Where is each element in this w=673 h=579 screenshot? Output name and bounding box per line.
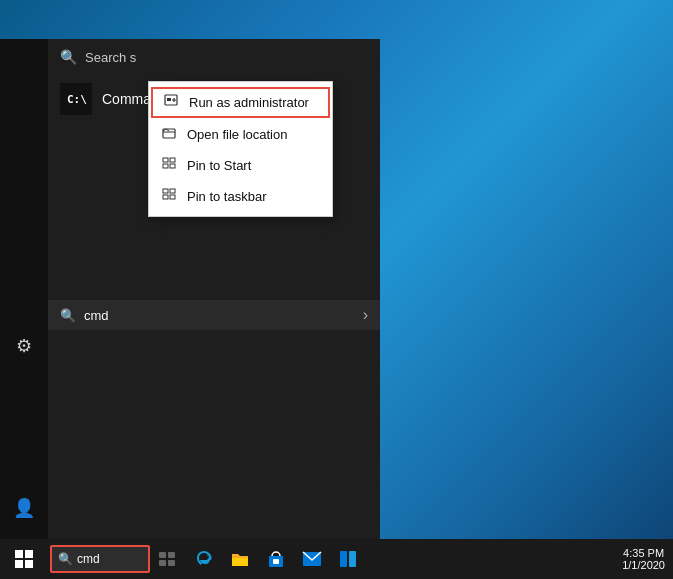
svg-rect-22 bbox=[273, 559, 279, 564]
context-menu-pin-taskbar[interactable]: Pin to taskbar bbox=[149, 181, 332, 212]
time-display: 4:35 PM bbox=[622, 547, 665, 559]
run-admin-label: Run as administrator bbox=[189, 95, 309, 110]
start-menu: ⚙ 👤 🔍 Search s C:\ Command Prompt bbox=[0, 39, 380, 539]
search-result-icon: 🔍 bbox=[60, 308, 76, 323]
edge-browser-button[interactable] bbox=[186, 539, 222, 579]
start-menu-content: 🔍 Search s C:\ Command Prompt bbox=[48, 39, 380, 539]
taskbar-search-icon: 🔍 bbox=[58, 552, 73, 566]
open-location-icon bbox=[161, 126, 177, 143]
pin-taskbar-icon bbox=[161, 188, 177, 205]
svg-rect-8 bbox=[170, 164, 175, 168]
pin-start-icon bbox=[161, 157, 177, 174]
taskbar: 🔍 cmd bbox=[0, 539, 673, 579]
svg-rect-10 bbox=[170, 189, 175, 193]
svg-rect-6 bbox=[170, 158, 175, 162]
taskbar-search-box[interactable]: 🔍 cmd bbox=[50, 545, 150, 573]
context-menu-open-location[interactable]: Open file location bbox=[149, 119, 332, 150]
svg-rect-17 bbox=[159, 552, 166, 558]
open-location-label: Open file location bbox=[187, 127, 287, 142]
run-admin-icon bbox=[163, 94, 179, 111]
store-button[interactable] bbox=[258, 539, 294, 579]
svg-text:C:\: C:\ bbox=[67, 93, 87, 106]
svg-rect-15 bbox=[15, 560, 23, 568]
svg-rect-11 bbox=[163, 195, 168, 199]
svg-rect-18 bbox=[168, 552, 175, 558]
svg-rect-5 bbox=[163, 158, 168, 162]
svg-rect-24 bbox=[340, 551, 347, 567]
pin-taskbar-label: Pin to taskbar bbox=[187, 189, 267, 204]
taskview-button[interactable] bbox=[150, 539, 186, 579]
file-explorer-icon bbox=[230, 550, 250, 568]
mail-icon bbox=[302, 551, 322, 567]
file-manager-icon bbox=[338, 550, 358, 568]
svg-rect-9 bbox=[163, 189, 168, 193]
file-manager-button[interactable] bbox=[330, 539, 366, 579]
context-menu-pin-start[interactable]: Pin to Start bbox=[149, 150, 332, 181]
file-explorer-button[interactable] bbox=[222, 539, 258, 579]
taskview-icon bbox=[159, 552, 177, 566]
context-menu-run-admin[interactable]: Run as administrator bbox=[151, 87, 330, 118]
store-icon bbox=[267, 550, 285, 568]
svg-rect-13 bbox=[15, 550, 23, 558]
start-button[interactable] bbox=[0, 539, 48, 579]
svg-rect-19 bbox=[159, 560, 166, 566]
edge-icon bbox=[194, 549, 214, 569]
taskbar-clock: 4:35 PM 1/1/2020 bbox=[622, 539, 673, 579]
svg-rect-14 bbox=[25, 550, 33, 558]
pin-start-label: Pin to Start bbox=[187, 158, 251, 173]
mail-button[interactable] bbox=[294, 539, 330, 579]
search-label: Search s bbox=[85, 50, 136, 65]
start-menu-sidebar: ⚙ 👤 bbox=[0, 39, 48, 539]
svg-rect-12 bbox=[170, 195, 175, 199]
search-result-text: cmd bbox=[84, 308, 363, 323]
windows-logo-icon bbox=[15, 550, 33, 568]
context-menu: Run as administrator Open file location bbox=[148, 81, 333, 217]
search-result-arrow: › bbox=[363, 306, 368, 324]
system-time: 4:35 PM 1/1/2020 bbox=[622, 547, 665, 571]
svg-rect-3 bbox=[167, 98, 171, 101]
search-result-cmd[interactable]: 🔍 cmd › bbox=[48, 300, 380, 330]
svg-rect-7 bbox=[163, 164, 168, 168]
svg-rect-16 bbox=[25, 560, 33, 568]
user-icon[interactable]: 👤 bbox=[13, 497, 35, 519]
svg-rect-25 bbox=[349, 551, 356, 567]
settings-icon[interactable]: ⚙ bbox=[16, 335, 32, 357]
svg-rect-20 bbox=[168, 560, 175, 566]
search-icon: 🔍 bbox=[60, 49, 77, 65]
search-bar-area: 🔍 Search s bbox=[48, 39, 380, 73]
cmd-app-icon: C:\ bbox=[60, 83, 92, 115]
date-display: 1/1/2020 bbox=[622, 559, 665, 571]
taskbar-search-text: cmd bbox=[77, 552, 100, 566]
